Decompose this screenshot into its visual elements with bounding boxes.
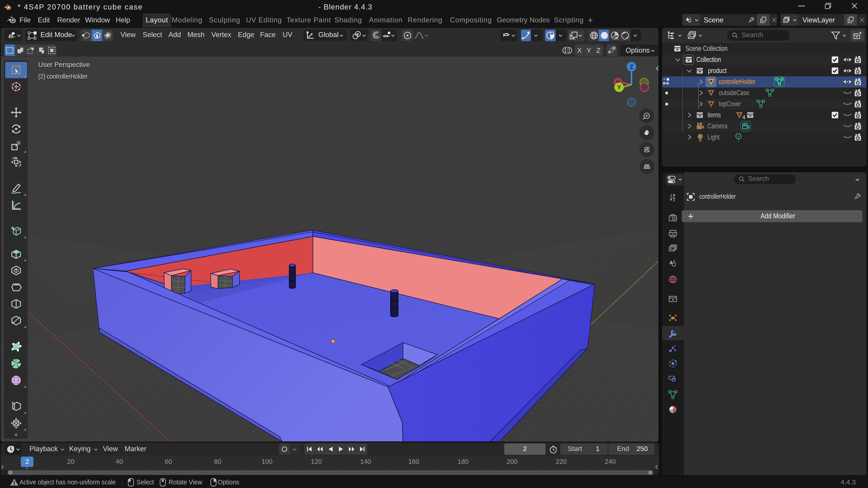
svg-text:Y: Y [617, 84, 621, 91]
svg-text:Z: Z [630, 64, 633, 70]
